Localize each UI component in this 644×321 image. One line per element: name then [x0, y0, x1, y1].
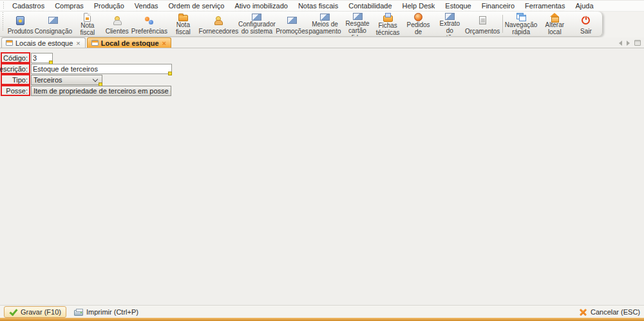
toolbar-nota-fiscal-saida-button[interactable]: Nota fiscal de saída — [72, 12, 103, 35]
toolbar-pedidos-compra-button[interactable]: Pedidos de Compra — [402, 12, 435, 35]
power-icon — [582, 16, 590, 24]
toolbar-label: Configurador do sistema — [238, 21, 276, 35]
imprimir-button[interactable]: Imprimir (Ctrl+P) — [74, 308, 138, 316]
menu-vendas[interactable]: Vendas — [129, 1, 164, 10]
close-icon[interactable]: × — [75, 40, 80, 46]
form-window-icon — [91, 40, 99, 46]
windows-icon — [516, 13, 526, 21]
toolbar-configurador-button[interactable]: Configurador do sistema — [238, 12, 276, 35]
tab-local-de-estoque[interactable]: Local de estoque × — [87, 37, 171, 48]
tab-label: Locais de estoque — [15, 39, 73, 47]
toolbar-label: Nota fiscal de saída — [74, 22, 101, 37]
tech-folder-icon — [383, 15, 393, 22]
menu-financeiro[interactable]: Financeiro — [477, 1, 520, 10]
menubar-grip-handle[interactable] — [3, 2, 5, 10]
toolbar-label: Meios de pagamento — [308, 21, 341, 35]
toolbar-navegacao-rapida-button[interactable]: Navegação rápida — [504, 12, 537, 35]
toolbar-promocoes-button[interactable]: Promoções — [276, 12, 308, 35]
toolbar-fornecedores-button[interactable]: Fornecedores — [199, 12, 238, 35]
menu-notas-fiscais[interactable]: Notas fiscais — [293, 1, 343, 10]
gravar-label: Gravar (F10) — [21, 308, 61, 316]
toolbar-sair-button[interactable]: Sair — [572, 12, 600, 35]
toolbar-label: Nota fiscal de entrada — [169, 21, 197, 37]
toolbar-preferencias-button[interactable]: Preferências — [131, 12, 167, 35]
toolbar-clientes-button[interactable]: Clientes — [103, 12, 131, 35]
scroll-tabs-right-icon[interactable] — [627, 41, 630, 46]
menu-estoque[interactable]: Estoque — [440, 1, 476, 10]
cancelar-button[interactable]: Cancelar (ESC) — [579, 308, 640, 316]
toolbar-label: Navegação rápida — [505, 21, 538, 35]
toolbar-separator — [502, 15, 503, 33]
menu-ordem-de-servico[interactable]: Ordem de serviço — [164, 1, 230, 10]
scroll-tabs-left-icon[interactable] — [619, 41, 622, 46]
toolbar-label: Promoções — [276, 28, 308, 35]
main-toolbar: Produtos Consignação Nota fiscal de saíd… — [0, 12, 603, 37]
chevron-down-icon — [93, 76, 98, 81]
picture-icon — [287, 17, 297, 24]
picture-icon — [252, 14, 261, 21]
toolbar-label: Pedidos de Compra — [404, 21, 433, 37]
toolbar-nota-fiscal-entrada-button[interactable]: Nota fiscal de entrada — [167, 12, 199, 35]
toolbar-label: Fornecedores — [199, 28, 239, 35]
toolbar-fichas-tecnicas-button[interactable]: Fichas técnicas — [374, 12, 402, 35]
toolbar-extrato-cartao-button[interactable]: Extrato do cartão ... — [435, 12, 465, 35]
toolbar-label: Sair — [580, 28, 592, 35]
toolbar-meios-pagamento-button[interactable]: Meios de pagamento — [308, 12, 341, 35]
tab-label: Local de estoque — [101, 39, 159, 47]
menu-compras[interactable]: Compras — [50, 1, 89, 10]
picture-icon — [353, 13, 363, 20]
window-bottom-border — [0, 318, 644, 321]
app-window: Cadastros Compras Produção Vendas Ordem … — [0, 0, 644, 321]
tipo-select[interactable]: Terceiros — [31, 75, 102, 85]
posse-select[interactable]: Item de propriedade de terceiros em poss… — [31, 86, 171, 96]
picture-icon — [445, 13, 455, 20]
supplier-person-icon — [214, 16, 222, 25]
toolbar-label: Alterar local de t... — [540, 21, 570, 37]
descricao-input[interactable] — [31, 64, 172, 74]
preferences-dots-icon — [144, 16, 154, 25]
menu-cadastros[interactable]: Cadastros — [7, 1, 50, 10]
menu-ferramentas[interactable]: Ferramentas — [520, 1, 570, 10]
gravar-button[interactable]: Gravar (F10) — [4, 306, 66, 318]
toolbar-produtos-button[interactable]: Produtos — [6, 12, 35, 35]
tab-bar: Locais de estoque × Local de estoque × — [0, 37, 644, 48]
toolbar-label: Resgate cartão fid... — [343, 20, 372, 37]
imprimir-label: Imprimir (Ctrl+P) — [86, 308, 138, 316]
tab-list-icon[interactable] — [634, 40, 641, 46]
cancel-x-icon — [579, 308, 587, 316]
cancelar-label: Cancelar (ESC) — [591, 308, 640, 316]
form-window-icon — [6, 40, 13, 46]
toolbar-orcamentos-button[interactable]: Orçamentos — [465, 12, 500, 35]
posse-label: Posse: — [1, 85, 30, 96]
tab-locais-de-estoque[interactable]: Locais de estoque × — [1, 37, 86, 48]
printer-icon — [74, 310, 83, 316]
status-bar: Gravar (F10) Imprimir (Ctrl+P) Cancelar … — [0, 305, 644, 318]
menu-ajuda[interactable]: Ajuda — [570, 1, 598, 10]
toolbar-label: Orçamentos — [465, 28, 500, 35]
purchase-icon — [414, 13, 422, 21]
toolbar-label: Produtos — [8, 28, 33, 35]
toolbar-resgate-cartao-button[interactable]: Resgate cartão fid... — [341, 12, 374, 35]
descricao-label: Descrição: — [1, 63, 30, 74]
menu-help-desk[interactable]: Help Desk — [397, 1, 440, 10]
home-icon — [550, 13, 560, 21]
form-content-area: Código: Descrição: Tipo: Terceiros Posse… — [0, 49, 644, 304]
toolbar-zone: Produtos Consignação Nota fiscal de saíd… — [0, 12, 644, 37]
tipo-label: Tipo: — [1, 74, 30, 85]
picture-icon — [48, 17, 58, 24]
menu-ativo-imobilizado[interactable]: Ativo imobilizado — [229, 1, 293, 10]
tipo-selected-value: Terceiros — [33, 76, 62, 84]
toolbar-alterar-local-button[interactable]: Alterar local de t... — [538, 12, 572, 35]
toolbar-grip-handle[interactable] — [2, 12, 4, 31]
menu-contabilidade[interactable]: Contabilidade — [343, 1, 397, 10]
toolbar-label: Extrato do cartão ... — [437, 20, 463, 37]
codigo-label: Código: — [1, 52, 30, 63]
toolbar-consignacao-button[interactable]: Consignação — [35, 12, 72, 35]
menu-producao[interactable]: Produção — [89, 1, 129, 10]
check-icon — [9, 309, 17, 315]
folder-icon — [178, 15, 188, 21]
toolbar-label: Clientes — [106, 28, 129, 35]
close-icon[interactable]: × — [162, 40, 167, 46]
toolbar-label: Fichas técnicas — [376, 22, 400, 36]
tab-scroll-controls — [619, 40, 641, 46]
